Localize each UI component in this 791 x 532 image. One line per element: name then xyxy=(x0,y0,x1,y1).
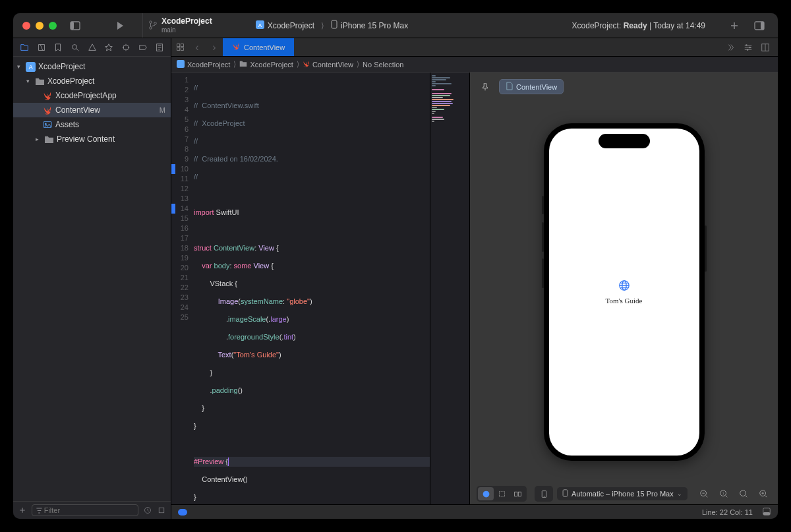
titlebar: XcodeProject main A XcodeProject ⟩ iPhon… xyxy=(13,13,778,38)
forward-button[interactable]: › xyxy=(206,38,223,56)
debug-navigator-tab[interactable] xyxy=(117,38,134,56)
toggle-navigator-button[interactable] xyxy=(66,18,84,34)
add-editor-button[interactable] xyxy=(757,43,774,52)
file-app[interactable]: XcodeProjectApp xyxy=(13,88,171,103)
svg-rect-7 xyxy=(332,20,337,28)
project-icon xyxy=(177,60,185,69)
breakpoint-navigator-tab[interactable] xyxy=(134,38,152,56)
svg-point-26 xyxy=(747,49,749,51)
scheme-separator: ⟩ xyxy=(321,21,324,30)
svg-rect-22 xyxy=(177,47,179,50)
group-folder[interactable]: ▾ XcodeProject xyxy=(13,74,171,88)
test-navigator-tab[interactable] xyxy=(100,38,117,56)
project-tree: ▾ A XcodeProject ▾ XcodeProject XcodePro… xyxy=(13,57,171,501)
zoom-window-button[interactable] xyxy=(49,22,57,30)
zoom-fit-button[interactable]: 1 xyxy=(716,487,732,500)
jump-bar[interactable]: XcodeProject ⟩ XcodeProject ⟩ ContentVie… xyxy=(171,57,778,73)
preview-canvas: ContentView xyxy=(469,73,778,504)
code-content[interactable]: // // ContentView.swift // XcodeProject … xyxy=(194,73,430,504)
scm-filter-button[interactable] xyxy=(156,504,167,516)
project-root[interactable]: ▾ A XcodeProject xyxy=(13,59,171,74)
disclosure-icon: ▾ xyxy=(17,63,24,70)
bookmark-navigator-tab[interactable] xyxy=(49,38,67,56)
recent-filter-button[interactable] xyxy=(142,504,153,516)
pin-preview-button[interactable] xyxy=(478,80,492,94)
filter-container xyxy=(32,504,138,516)
svg-rect-9 xyxy=(761,22,764,30)
svg-point-31 xyxy=(483,490,489,497)
run-button[interactable] xyxy=(111,18,129,34)
svg-rect-33 xyxy=(514,492,517,496)
svg-rect-23 xyxy=(181,47,183,50)
branch-name: main xyxy=(161,26,212,34)
live-preview-button[interactable] xyxy=(478,487,494,500)
preview-page-icon xyxy=(506,82,513,92)
device-screen: Tom's Guide xyxy=(549,129,699,456)
review-button[interactable] xyxy=(722,43,740,52)
svg-rect-28 xyxy=(177,60,185,68)
device-icon xyxy=(562,489,568,498)
swift-file-icon xyxy=(42,105,53,115)
preview-viewport[interactable]: Tom's Guide xyxy=(470,101,778,483)
preview-device-selector[interactable]: Automatic – iPhone 15 Pro Max ⌄ xyxy=(557,487,688,500)
project-info[interactable]: XcodeProject main xyxy=(142,13,252,38)
folder-preview-content[interactable]: ▸ Preview Content xyxy=(13,132,171,146)
issue-navigator-tab[interactable] xyxy=(84,38,101,56)
code-editor[interactable]: 1234567891011121314151617181920212223242… xyxy=(171,73,469,504)
preview-selector[interactable]: ContentView xyxy=(499,79,564,94)
source-control-navigator-tab[interactable] xyxy=(33,38,50,56)
disclosure-icon: ▾ xyxy=(26,78,33,84)
branch-icon xyxy=(148,20,158,31)
modified-badge: M xyxy=(160,106,165,114)
tab-contentview[interactable]: ContentView xyxy=(223,38,294,56)
preview-toolbar: Automatic – iPhone 15 Pro Max ⌄ 1 xyxy=(470,483,778,504)
find-navigator-tab[interactable] xyxy=(67,38,84,56)
cursor-position: Line: 22 Col: 11 xyxy=(702,508,753,516)
add-file-button[interactable] xyxy=(17,504,28,516)
add-button[interactable] xyxy=(725,18,744,34)
zoom-in-button[interactable] xyxy=(755,487,771,500)
navigator-tabs xyxy=(13,38,171,57)
related-items-button[interactable] xyxy=(171,38,189,56)
breakpoint-marker[interactable] xyxy=(171,164,175,174)
svg-point-2 xyxy=(150,20,152,23)
filter-input[interactable] xyxy=(44,506,135,514)
debug-indicator[interactable] xyxy=(178,509,187,516)
svg-rect-1 xyxy=(71,22,74,30)
report-navigator-tab[interactable] xyxy=(151,38,168,56)
activity-status: XcodeProject: Ready | Today at 14:49 xyxy=(572,21,705,30)
swift-file-icon xyxy=(303,60,310,69)
minimize-window-button[interactable] xyxy=(36,22,44,30)
file-contentview[interactable]: ContentView M xyxy=(13,103,171,117)
xcode-window: XcodeProject main A XcodeProject ⟩ iPhon… xyxy=(13,13,778,519)
folder-icon xyxy=(239,60,247,69)
device-settings-button[interactable] xyxy=(536,487,552,500)
selectable-preview-button[interactable] xyxy=(494,487,510,500)
swift-file-icon xyxy=(232,42,240,52)
zoom-actual-button[interactable] xyxy=(736,487,751,500)
breakpoint-marker[interactable] xyxy=(171,204,175,214)
toggle-inspector-button[interactable] xyxy=(750,18,769,34)
variants-button[interactable] xyxy=(510,487,525,500)
minimap[interactable] xyxy=(430,73,469,504)
svg-point-36 xyxy=(543,496,544,496)
scheme-device: iPhone 15 Pro Max xyxy=(341,21,408,30)
project-name: XcodeProject xyxy=(161,17,212,26)
tab-bar: ‹ › ContentView xyxy=(171,38,778,57)
close-window-button[interactable] xyxy=(22,22,30,30)
device-icon xyxy=(331,20,337,31)
project-navigator-tab[interactable] xyxy=(16,38,33,56)
toggle-debug-area-button[interactable] xyxy=(762,507,771,517)
svg-point-41 xyxy=(740,490,746,496)
chevron-down-icon: ⌄ xyxy=(677,490,682,497)
scheme-selector[interactable]: A XcodeProject ⟩ iPhone 15 Pro Max xyxy=(252,18,412,33)
disclosure-icon: ▸ xyxy=(36,136,42,142)
app-icon: A xyxy=(256,20,264,31)
zoom-out-button[interactable] xyxy=(696,487,712,500)
file-assets[interactable]: Assets xyxy=(13,117,171,132)
svg-text:A: A xyxy=(258,22,262,28)
back-button[interactable]: ‹ xyxy=(189,38,206,56)
adjust-editor-button[interactable] xyxy=(740,43,757,52)
svg-point-11 xyxy=(72,44,76,49)
svg-point-24 xyxy=(746,44,747,46)
